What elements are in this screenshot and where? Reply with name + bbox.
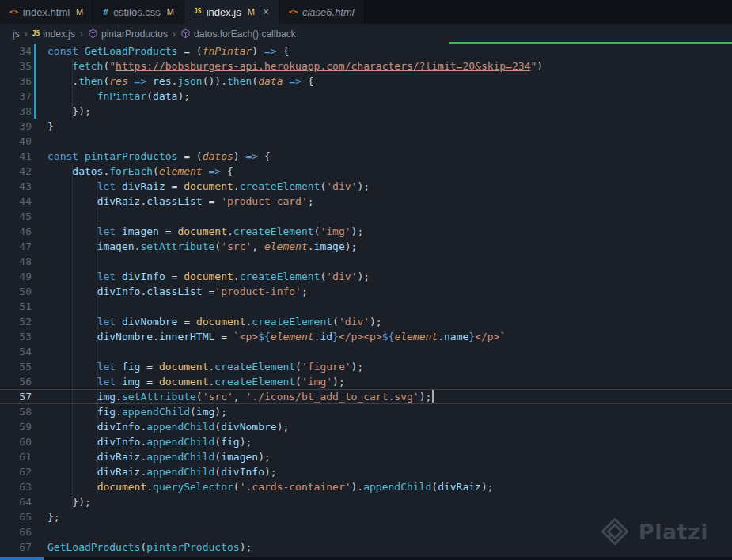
code-line-54[interactable]: 54 [0,344,732,359]
line-number: 35 [0,59,32,74]
gutter-margin [32,419,38,434]
tab-estilos.css[interactable]: #estilos.cssM [93,0,184,24]
tab-index.html[interactable]: <>index.htmlM [0,0,93,24]
breadcrumb-item[interactable]: datos.forEach() callback [180,28,296,40]
breadcrumb: js›JSindex.js›pintarProductos›datos.forE… [0,24,732,44]
code-text: document.querySelector('.cards-container… [38,479,494,494]
code-text: divNombre.innerHTML = `<p>${element.id}<… [38,329,506,344]
line-number: 39 [0,119,32,134]
gutter-margin [32,329,38,344]
code-line-64[interactable]: 64 }); [0,494,732,509]
code-line-38[interactable]: 38 }); [0,104,732,119]
code-line-47[interactable]: 47 imagen.setAttribute('src', element.im… [0,239,732,254]
status-bar-remote-segment [0,557,44,560]
breadcrumb-item[interactable]: js [13,28,20,40]
code-line-42[interactable]: 42 datos.forEach(element => { [0,164,732,179]
code-text [38,299,47,314]
code-text: }; [38,509,60,524]
line-number: 61 [0,449,32,464]
code-line-63[interactable]: 63 document.querySelector('.cards-contai… [0,479,732,494]
code-text: fnPintar(data); [38,89,190,104]
breadcrumb-separator: › [25,28,28,40]
line-number: 52 [0,314,32,329]
breadcrumb-label: datos.forEach() callback [194,28,296,40]
code-line-51[interactable]: 51 [0,299,732,314]
gutter-margin [32,119,38,134]
breadcrumb-separator: › [80,28,83,40]
line-number: 50 [0,284,32,299]
code-text [38,524,47,539]
gutter-margin [32,524,38,539]
code-line-57[interactable]: 57 img.setAttribute('src', './icons/bt_a… [0,389,732,404]
code-text [38,209,47,224]
tab-bar: <>index.htmlM#estilos.cssMJSindex.jsM×<>… [0,0,732,24]
gutter-margin [32,254,38,269]
gutter-margin [32,194,38,209]
git-modified-indicator [32,59,38,74]
tab-index.js[interactable]: JSindex.jsM× [184,0,279,24]
close-icon[interactable]: × [263,6,269,17]
code-line-44[interactable]: 44 divRaiz.classList = 'product-card'; [0,194,732,209]
html-file-icon: <> [289,9,298,16]
code-line-59[interactable]: 59 divInfo.appendChild(divNombre); [0,419,732,434]
js-file-icon: JS [194,9,202,15]
gutter-margin [32,404,38,419]
code-line-58[interactable]: 58 fig.appendChild(img); [0,404,732,419]
code-line-60[interactable]: 60 divInfo.appendChild(fig); [0,434,732,449]
code-text [38,344,47,359]
code-text: let fig = document.createElement('figure… [38,359,363,374]
modified-badge: M [76,7,83,17]
code-line-53[interactable]: 53 divNombre.innerHTML = `<p>${element.i… [0,329,732,344]
code-line-39[interactable]: 39} [0,119,732,134]
code-line-62[interactable]: 62 divRaiz.appendChild(divInfo); [0,464,732,479]
code-line-35[interactable]: 35 fetch("https://bobsburgers-api.heroku… [0,59,732,74]
code-text: datos.forEach(element => { [38,164,233,179]
line-number: 36 [0,74,32,89]
gutter-margin [32,374,38,389]
gutter-margin [32,449,38,464]
code-line-52[interactable]: 52 let divNombre = document.createElemen… [0,314,732,329]
status-bar-strip [0,557,732,560]
code-line-50[interactable]: 50 divInfo.classList ='product-info'; [0,284,732,299]
code-line-48[interactable]: 48 [0,254,732,269]
code-line-46[interactable]: 46 let imagen = document.createElement('… [0,224,732,239]
gutter-margin [32,209,38,224]
code-line-37[interactable]: 37 fnPintar(data); [0,89,732,104]
breadcrumb-item[interactable]: JSindex.js [32,28,75,40]
line-number: 67 [0,539,32,554]
code-line-61[interactable]: 61 divRaiz.appendChild(imagen); [0,449,732,464]
line-number: 37 [0,89,32,104]
line-number: 53 [0,329,32,344]
line-number: 57 [0,389,32,404]
git-modified-indicator [32,89,38,104]
code-line-34[interactable]: 34const GetLoadProducts = (fnPintar) => … [0,44,732,59]
code-text: GetLoadProducts(pintarProductos); [38,539,252,554]
line-number: 66 [0,524,32,539]
gutter-margin [32,359,38,374]
line-number: 45 [0,209,32,224]
platzi-watermark: Platzi [599,516,708,547]
code-text: const GetLoadProducts = (fnPintar) => { [38,44,289,59]
code-line-43[interactable]: 43 let divRaiz = document.createElement(… [0,179,732,194]
code-editor[interactable]: 34const GetLoadProducts = (fnPintar) => … [0,44,732,557]
breadcrumb-label: pintarProductos [101,28,168,40]
code-line-40[interactable]: 40 [0,134,732,149]
gutter-margin [32,539,38,554]
code-line-36[interactable]: 36 .then(res => res.json()).then(data =>… [0,74,732,89]
line-number: 46 [0,224,32,239]
gutter-margin [32,134,38,149]
code-line-49[interactable]: 49 let divInfo = document.createElement(… [0,269,732,284]
code-line-56[interactable]: 56 let img = document.createElement('img… [0,374,732,389]
gutter-margin [32,494,38,509]
line-number: 64 [0,494,32,509]
breadcrumb-item[interactable]: pintarProductos [88,28,168,40]
gutter-margin [32,434,38,449]
tab-clase6.html[interactable]: <>clase6.html [279,0,365,24]
code-text: divRaiz.appendChild(divInfo); [38,464,277,479]
code-line-45[interactable]: 45 [0,209,732,224]
git-modified-indicator [32,44,38,59]
code-line-55[interactable]: 55 let fig = document.createElement('fig… [0,359,732,374]
gutter-margin [32,479,38,494]
gutter-margin [32,149,38,164]
code-line-41[interactable]: 41const pintarProductos = (datos) => { [0,149,732,164]
